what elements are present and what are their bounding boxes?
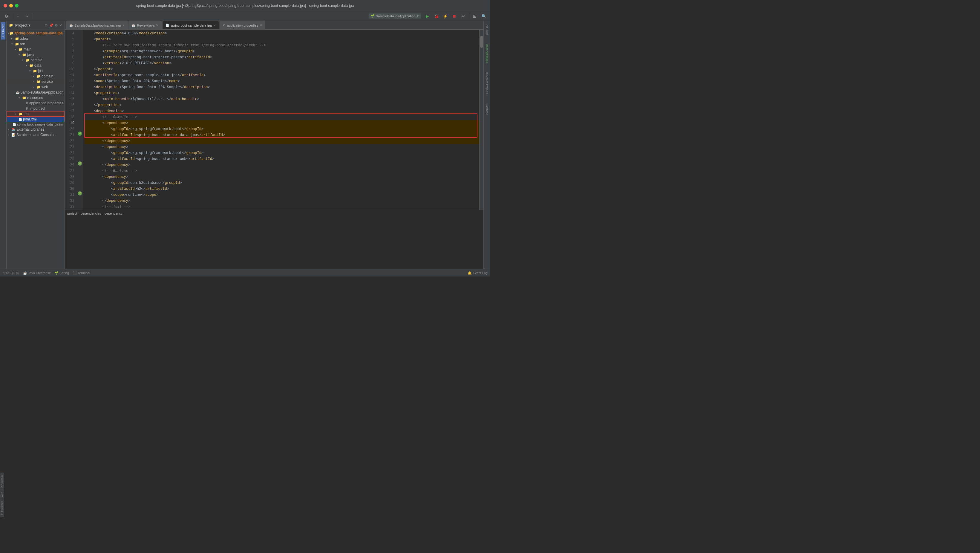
run-button[interactable]: ▶ [423, 13, 431, 20]
layout-button[interactable]: ⊞ [471, 13, 479, 20]
debug-button[interactable]: 🐞 [432, 13, 440, 20]
java-enterprise-btn[interactable]: ☕ Java Enterprise [23, 271, 51, 275]
spring-btn[interactable]: 🌱 Spring [54, 271, 69, 275]
gutter-marker-19[interactable]: 🌱 [78, 132, 82, 136]
tab-close-2[interactable]: ✕ [156, 24, 158, 27]
database-tab[interactable]: Database [485, 101, 489, 118]
ln-28: 28 [65, 174, 77, 180]
minimize-button[interactable] [9, 4, 13, 8]
terminal-btn[interactable]: ⬛ Terminal [73, 271, 90, 275]
tab-application-props[interactable]: ⚙ application.properties ✕ [220, 21, 266, 29]
tree-test[interactable]: ▸ 📁 test [6, 111, 65, 116]
event-log-btn[interactable]: 🔔 Event Log [468, 271, 488, 275]
tree-iml[interactable]: 📄 spring-boot-sample-data-jpa.iml [6, 122, 65, 127]
editor-scrollbar[interactable] [479, 30, 484, 210]
breadcrumb-dependencies[interactable]: dependencies [81, 212, 101, 215]
tab-label-4: application.properties [227, 24, 258, 27]
code-line-31: <scope>runtime</scope> [84, 192, 479, 198]
tab-pom-xml[interactable]: 📄 spring-boot-sample-data-jpa ✕ [162, 21, 219, 29]
run-configuration[interactable]: 🌱 SampleDataJpaApplication ▼ [369, 13, 421, 19]
tree-pom-xml[interactable]: 📄 pom.xml [6, 116, 65, 122]
code-line-21: <artifactId>spring-boot-starter-data-jpa… [84, 132, 479, 138]
tree-jpa[interactable]: ▾ 📁 jpa [6, 68, 65, 73]
top-toolbar: ⚙ ← → 🌱 SampleDataJpaApplication ▼ ▶ 🐞 ⚡… [0, 11, 490, 21]
ln-20: 20 [65, 126, 77, 132]
settings-btn[interactable]: ⚙ [2, 13, 10, 20]
bottom-toolbar: ⚠ 6: TODO ☕ Java Enterprise 🌱 Spring ⬛ T… [0, 269, 490, 276]
bean-validation-tab[interactable]: Bean Validation [485, 42, 489, 65]
search-button[interactable]: 🔍 [480, 13, 488, 20]
ln-15: 15 [65, 96, 77, 102]
ln-24: 24 [65, 150, 77, 156]
panel-title: Project ▾ [15, 23, 30, 27]
tree-idea[interactable]: ▸ 📁 .idea [6, 36, 65, 41]
project-tree: ▾ 📁 spring-boot-sample-data-jpa ~/Spring… [6, 30, 65, 269]
tree-sample[interactable]: ▾ 📁 sample [6, 57, 65, 63]
maximize-button[interactable] [15, 4, 19, 8]
tree-src[interactable]: ▾ 📁 src [6, 41, 65, 47]
tab-SampleDataJpaApplication[interactable]: ☕ SampleDataJpaApplication.java ✕ [66, 21, 128, 29]
code-line-26: </dependency> [84, 162, 479, 168]
tree-external-libs[interactable]: ▸ 📚 External Libraries [6, 127, 65, 132]
pin-icon[interactable]: 📌 [49, 23, 54, 27]
code-area[interactable]: <modelVersion>4.0.0</modelVersion> <pare… [83, 30, 479, 210]
close-panel-icon[interactable]: ✕ [59, 23, 62, 27]
tree-SampleDataJpaApplication[interactable]: ☕ SampleDataJpaApplication [6, 90, 65, 95]
code-line-25: <artifactId>spring-boot-starter-web</art… [84, 156, 479, 162]
gutter-marker-23[interactable]: 🌱 [78, 161, 82, 166]
undo-button[interactable]: ↩ [459, 13, 467, 20]
event-log-label: Event Log [473, 271, 488, 275]
code-line-19: <dependency> [84, 120, 479, 126]
todo-btn[interactable]: ⚠ 6: TODO [2, 271, 19, 275]
code-line-8: <artifactId>spring-boot-starter-parent</… [84, 54, 479, 61]
tree-resources[interactable]: ▾ 📁 resources [6, 95, 65, 100]
tab-close-3[interactable]: ✕ [213, 24, 216, 27]
tab-close-4[interactable]: ✕ [259, 24, 262, 27]
code-line-15: <main.basedir>${basedir}/../..</main.bas… [84, 96, 479, 102]
spring-icon: 🌱 [54, 271, 59, 275]
code-line-9: <version>2.0.0.RELEASE</version> [84, 61, 479, 66]
tree-scratches[interactable]: ▸ 📝 Scratches and Consoles [6, 132, 65, 137]
sync-icon[interactable]: ⟳ [45, 23, 48, 27]
tree-domain[interactable]: ▸ 📁 domain [6, 73, 65, 79]
breadcrumb-dependency[interactable]: dependency [105, 212, 123, 215]
ln-12: 12 [65, 78, 77, 84]
tree-data[interactable]: ▾ 📁 data [6, 63, 65, 68]
code-line-14: <properties> [84, 90, 479, 96]
window-title: spring-boot-sample-data-jpa [~/SpringSpa… [136, 3, 354, 8]
tab-label-1: SampleDataJpaApplication.java [75, 24, 121, 27]
code-line-18: <!-- Compile --> [84, 114, 479, 120]
code-line-12: <name>Spring Boot Data JPA Sample</name> [84, 78, 479, 84]
coverage-button[interactable]: ⚡ [441, 13, 449, 20]
event-log-icon: 🔔 [468, 271, 472, 275]
toolbar-sep-1 [12, 13, 12, 19]
ln-25: 25 [65, 156, 77, 162]
breadcrumb-sep-1: › [78, 212, 80, 215]
tree-java[interactable]: ▾ 📁 java [6, 52, 65, 57]
tree-root[interactable]: ▾ 📁 spring-boot-sample-data-jpa ~/Spring… [6, 30, 65, 36]
tab-close-1[interactable]: ✕ [122, 24, 124, 27]
code-line-30: <artifactId>h2</artifactId> [84, 186, 479, 192]
stop-button[interactable]: ⏹ [450, 13, 458, 20]
settings-icon[interactable]: ⚙ [55, 23, 58, 27]
maven-projects-tab[interactable]: m Maven Projects [485, 70, 489, 96]
ln-26: 26 [65, 162, 77, 168]
breadcrumb-bar: project › dependencies › dependency [65, 210, 484, 217]
code-line-22: </dependency> [84, 138, 479, 144]
tree-web[interactable]: ▸ 📁 web [6, 84, 65, 90]
ln-33: 33 [65, 204, 77, 210]
code-line-10: </parent> [84, 66, 479, 72]
back-btn[interactable]: ← [14, 13, 22, 20]
project-panel: 📁 Project ▾ ⟳ 📌 ⚙ ✕ ▾ 📁 spring-boot-samp… [6, 21, 65, 269]
tree-main[interactable]: ▾ 📁 main [6, 47, 65, 52]
art-build-tab[interactable]: Art Build [485, 22, 489, 37]
breadcrumb-project[interactable]: project [67, 212, 77, 215]
forward-btn[interactable]: → [23, 13, 31, 20]
gutter-marker-28[interactable]: 🌱 [78, 191, 82, 196]
tree-import-sql[interactable]: 🗄 import.sql [6, 106, 65, 111]
project-tab[interactable]: 1: Project [1, 22, 5, 40]
close-button[interactable] [3, 4, 7, 8]
tree-service[interactable]: ▸ 📁 service [6, 79, 65, 84]
tree-application-props[interactable]: ⚙ application.properties [6, 100, 65, 106]
tab-Review[interactable]: ☕ Review.java ✕ [129, 21, 162, 29]
